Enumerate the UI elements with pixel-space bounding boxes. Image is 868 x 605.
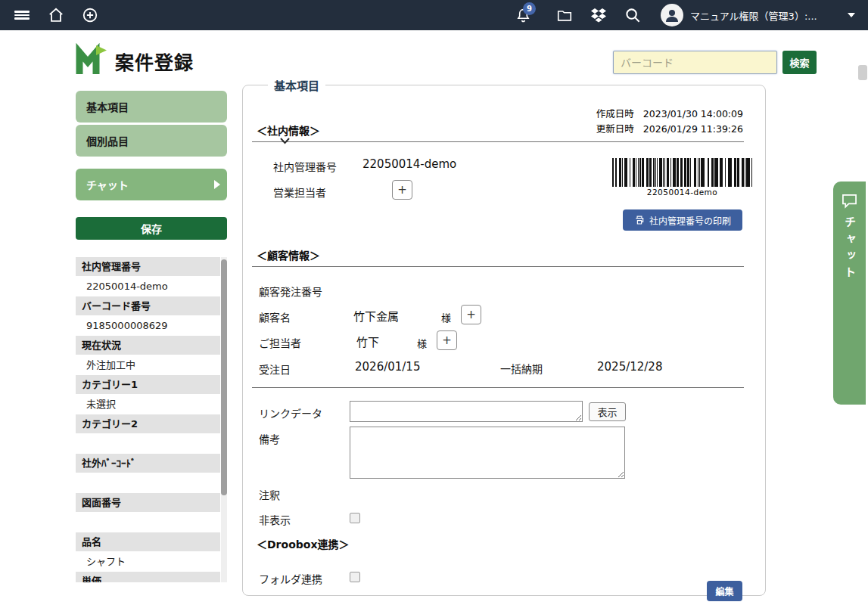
field-value: 22050014-demo (76, 277, 220, 296)
field-label: 図面番号 (76, 493, 220, 512)
field-label: 社外ﾊﾞｰｺｰﾄﾞ (76, 454, 220, 473)
link-data-label: リンクデータ (259, 405, 322, 420)
customer-name-value: 竹下金属 (353, 308, 399, 324)
section-droobox: ＜Droobox連携＞ (257, 536, 349, 551)
field-value (76, 513, 220, 532)
section-internal-info: ＜社内情報＞ (257, 123, 320, 138)
contact-label: ご担当者 (259, 335, 301, 350)
edit-button[interactable]: 編集 (707, 581, 742, 601)
internal-no-barcode: 22050014-demo (612, 158, 752, 197)
panel-legend: 基本項目 (268, 77, 325, 93)
field-value: 9185000008629 (76, 316, 220, 335)
honorific-label: 様 (417, 336, 427, 350)
delivery-date-value: 2025/12/28 (597, 360, 662, 374)
section-customer-info: ＜顧客情報＞ (257, 247, 320, 262)
field-label: 単価 (76, 572, 220, 582)
dropbox-icon (590, 6, 607, 24)
remarks-input[interactable] (350, 427, 625, 479)
customer-po-label: 顧客発注番号 (259, 284, 322, 299)
field-label: カテゴリー2 (76, 414, 220, 433)
print-internal-no-button[interactable]: 社内管理番号の印刷 (623, 209, 742, 231)
list-scrollbar[interactable] (221, 257, 227, 582)
global-search-button[interactable] (621, 0, 644, 30)
note-label: 注釈 (259, 487, 280, 502)
folder-link-checkbox[interactable] (350, 572, 360, 582)
add-contact-button[interactable]: + (437, 330, 457, 350)
chat-bubble-icon (842, 194, 857, 209)
add-sales-rep-button[interactable]: + (392, 180, 412, 200)
timestamps: 作成日時 2023/01/30 14:00:09 更新日時 2026/01/29… (596, 107, 743, 137)
sales-rep-label: 営業担当者 (273, 185, 326, 200)
app-logo (73, 43, 108, 79)
link-data-input[interactable] (350, 401, 583, 422)
barcode-caption: 22050014-demo (612, 188, 752, 197)
field-value: シャフト (76, 552, 220, 571)
order-date-value: 2026/01/15 (355, 360, 420, 374)
list-scrollbar-thumb[interactable] (221, 259, 227, 495)
account-label: マニュアル権限（管理3）:... (690, 8, 817, 23)
internal-no-label: 社内管理番号 (273, 159, 337, 174)
show-button[interactable]: 表示 (589, 402, 626, 421)
account-menu[interactable]: マニュアル権限（管理3）:... (690, 0, 817, 30)
printer-icon (634, 215, 645, 225)
notifications-button[interactable]: 9 (512, 0, 534, 30)
chat-side-tab[interactable]: チャット (833, 182, 866, 405)
user-avatar[interactable] (661, 4, 683, 26)
remarks-label: 備考 (259, 431, 280, 446)
customer-name-label: 顧客名 (259, 309, 291, 324)
search-icon (624, 7, 642, 24)
barcode-image (612, 158, 752, 187)
field-label: バーコード番号 (76, 296, 220, 315)
contact-name-value: 竹下 (356, 334, 379, 349)
field-label: 現在状況 (76, 336, 220, 355)
field-value: 外注加工中 (76, 355, 220, 374)
page-title: 案件登録 (115, 48, 194, 75)
barcode-search-input[interactable] (613, 51, 777, 74)
files-button[interactable] (553, 0, 576, 30)
dropbox-button[interactable] (587, 0, 610, 30)
divider (252, 387, 744, 388)
created-label: 作成日時 (596, 107, 634, 122)
hidden-checkbox[interactable] (350, 513, 360, 523)
updated-value: 2026/01/29 11:39:26 (643, 122, 743, 137)
field-value: 未選択 (76, 395, 220, 414)
print-button-label: 社内管理番号の印刷 (649, 214, 731, 227)
save-button[interactable]: 保存 (76, 217, 227, 240)
home-button[interactable] (45, 0, 67, 30)
folder-icon (556, 7, 573, 23)
field-summary-list: 社内管理番号 22050014-demo バーコード番号 91850000086… (76, 257, 227, 582)
updated-label: 更新日時 (596, 122, 634, 137)
divider (252, 141, 744, 142)
field-value (76, 473, 220, 492)
folder-link-label: フォルダ連携 (259, 571, 322, 586)
add-customer-button[interactable]: + (461, 305, 481, 324)
person-icon (663, 6, 681, 24)
hidden-label: 非表示 (259, 512, 291, 527)
sidebar-item-basic[interactable]: 基本項目 (76, 91, 227, 123)
honorific-label: 様 (441, 310, 451, 324)
created-value: 2023/01/30 14:00:09 (643, 107, 743, 122)
barcode-search-submit-button[interactable]: 検索 (782, 51, 817, 74)
field-label: カテゴリー1 (76, 375, 220, 394)
chevron-down-icon (280, 138, 290, 144)
page-scrollbar[interactable] (858, 65, 867, 80)
divider (252, 266, 744, 267)
chevron-right-icon (214, 180, 220, 189)
sidebar-item-chat[interactable]: チャット (76, 169, 227, 200)
chat-tab-label: チャット (842, 216, 857, 283)
hamburger-icon (14, 9, 30, 21)
hamburger-menu-button[interactable] (11, 0, 33, 30)
field-label: 品名 (76, 532, 220, 551)
field-label: 社内管理番号 (76, 257, 220, 276)
order-date-label: 受注日 (259, 361, 291, 377)
internal-no-value: 22050014-demo (362, 157, 456, 171)
home-icon (48, 7, 64, 23)
chevron-down-icon (848, 13, 855, 17)
topbar: 9 マニュアル権限（管理3）:... (0, 0, 868, 30)
create-new-button[interactable] (79, 0, 101, 30)
plus-circle-icon (82, 7, 98, 23)
basic-items-panel: 基本項目 作成日時 2023/01/30 14:00:09 更新日時 2026/… (242, 85, 766, 596)
notification-badge: 9 (523, 2, 536, 15)
sidebar-item-individual-items[interactable]: 個別品目 (76, 125, 227, 157)
field-value (76, 434, 220, 453)
